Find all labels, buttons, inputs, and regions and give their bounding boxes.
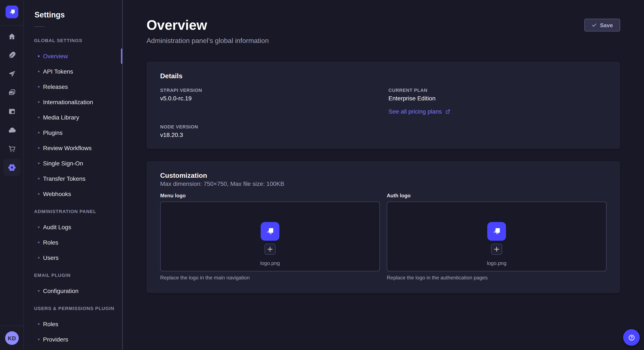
feather-icon xyxy=(8,51,16,59)
cart-icon xyxy=(8,145,16,153)
nav-media-library[interactable] xyxy=(4,84,20,101)
sidebar-item-transfer-tokens[interactable]: Transfer Tokens xyxy=(24,171,122,186)
auth-logo-filename: logo.png xyxy=(487,260,506,267)
sidebar-item-up-providers[interactable]: Providers xyxy=(24,332,122,347)
sidebar-item-internationalization[interactable]: Internationalization xyxy=(24,94,122,110)
details-left-column: STRAPI VERSION v5.0.0-rc.19 NODE VERSION… xyxy=(160,88,378,139)
save-button[interactable]: Save xyxy=(584,19,620,31)
nav-cloud[interactable] xyxy=(4,122,20,139)
bullet-icon xyxy=(38,290,40,292)
sidebar-item-media-library[interactable]: Media Library xyxy=(24,110,122,125)
nav-content-manager[interactable] xyxy=(4,103,20,120)
details-right-column: CURRENT PLAN Enterprise Edition See all … xyxy=(388,88,606,139)
plus-icon xyxy=(268,247,272,252)
bullet-icon xyxy=(38,323,40,325)
users-permissions-list: Roles Providers xyxy=(24,316,122,347)
nav-marketplace[interactable] xyxy=(4,140,20,157)
strapi-logo-icon xyxy=(8,8,16,16)
node-version-field: NODE VERSION v18.20.3 xyxy=(160,124,378,139)
current-plan-field: CURRENT PLAN Enterprise Edition xyxy=(388,88,606,102)
email-plugin-list: Configuration xyxy=(24,283,122,299)
sidebar-item-api-tokens[interactable]: API Tokens xyxy=(24,64,122,79)
page-title: Overview xyxy=(146,18,620,32)
home-icon xyxy=(8,32,16,41)
page-subtitle: Administration panel’s global informatio… xyxy=(146,37,620,45)
sidebar-item-single-sign-on[interactable]: Single Sign-On xyxy=(24,156,122,171)
menu-logo-preview xyxy=(261,222,280,241)
details-card-title: Details xyxy=(160,72,606,80)
strapi-logo[interactable] xyxy=(6,5,18,18)
gear-icon xyxy=(7,163,16,172)
auth-logo-label: Auth logo xyxy=(387,193,606,199)
paper-plane-icon xyxy=(8,70,16,78)
layout-icon xyxy=(8,107,16,116)
strapi-logo-icon xyxy=(265,226,275,236)
nav-settings[interactable] xyxy=(4,159,20,176)
external-link-icon xyxy=(445,109,451,114)
section-global-settings: GLOBAL SETTINGS xyxy=(34,38,122,43)
menu-logo-upload: Menu logo logo.png Replace the logo in t… xyxy=(160,193,380,281)
bullet-icon xyxy=(38,339,40,340)
settings-subnav: Settings GLOBAL SETTINGS Overview API To… xyxy=(24,0,123,350)
sidebar-item-webhooks[interactable]: Webhooks xyxy=(24,186,122,201)
strapi-admin-window: KD Settings GLOBAL SETTINGS Overview API… xyxy=(0,0,644,350)
section-email-plugin: EMAIL PLUGIN xyxy=(34,273,122,278)
bullet-icon xyxy=(38,226,40,228)
auth-logo-preview xyxy=(487,222,506,241)
subnav-title: Settings xyxy=(34,10,122,19)
administration-panel-list: Audit Logs Roles Users xyxy=(24,219,122,265)
nav-releases[interactable] xyxy=(4,65,20,82)
sidebar-item-audit-logs[interactable]: Audit Logs xyxy=(24,219,122,235)
nav-content-type-builder[interactable] xyxy=(4,47,20,64)
check-icon xyxy=(592,22,596,28)
menu-logo-add-button[interactable] xyxy=(264,244,276,255)
sidebar-item-up-roles[interactable]: Roles xyxy=(24,316,122,332)
menu-logo-label: Menu logo xyxy=(160,193,380,199)
sidebar-item-plugins[interactable]: Plugins xyxy=(24,125,122,140)
rail-bottom-divider xyxy=(0,326,24,326)
sidebar-item-admin-roles[interactable]: Roles xyxy=(24,235,122,250)
subnav-title-rule xyxy=(34,26,45,27)
auth-logo-dropzone[interactable]: logo.png xyxy=(387,201,606,271)
strapi-version-field: STRAPI VERSION v5.0.0-rc.19 xyxy=(160,88,378,102)
help-icon xyxy=(627,333,636,342)
bullet-icon xyxy=(38,55,40,57)
customization-card: Customization Max dimension: 750×750, Ma… xyxy=(146,161,620,293)
section-users-permissions-plugin: USERS & PERMISSIONS PLUGIN xyxy=(34,306,122,311)
images-icon xyxy=(8,88,16,97)
main-content: Overview Administration panel’s global i… xyxy=(123,0,644,350)
bullet-icon xyxy=(38,193,40,195)
sidebar-item-review-workflows[interactable]: Review Workflows xyxy=(24,140,122,156)
user-avatar[interactable]: KD xyxy=(5,331,19,345)
nav-home[interactable] xyxy=(4,28,20,45)
bullet-icon xyxy=(38,117,40,118)
bullet-icon xyxy=(38,147,40,149)
bullet-icon xyxy=(38,101,40,103)
bullet-icon xyxy=(38,242,40,243)
menu-logo-filename: logo.png xyxy=(260,260,280,267)
bullet-icon xyxy=(38,163,40,164)
sidebar-item-email-configuration[interactable]: Configuration xyxy=(24,283,122,299)
menu-logo-hint: Replace the logo in the main navigation xyxy=(160,275,380,281)
sidebar-item-releases[interactable]: Releases xyxy=(24,79,122,94)
bullet-icon xyxy=(38,71,40,72)
details-card: Details STRAPI VERSION v5.0.0-rc.19 NODE… xyxy=(146,62,620,149)
global-settings-list: Overview API Tokens Releases Internation… xyxy=(24,48,122,201)
strapi-logo-icon xyxy=(492,226,502,236)
cloud-icon xyxy=(8,126,16,135)
plus-icon xyxy=(494,247,499,252)
auth-logo-add-button[interactable] xyxy=(491,244,502,255)
sidebar-item-overview[interactable]: Overview xyxy=(24,48,122,64)
section-administration-panel: ADMINISTRATION PANEL xyxy=(34,209,122,214)
customization-card-title: Customization xyxy=(160,172,606,179)
menu-logo-dropzone[interactable]: logo.png xyxy=(160,201,380,271)
help-button[interactable] xyxy=(623,329,640,346)
customization-card-subtitle: Max dimension: 750×750, Max file size: 1… xyxy=(160,180,606,187)
bullet-icon xyxy=(38,86,40,88)
sidebar-item-admin-users[interactable]: Users xyxy=(24,250,122,265)
rail-divider xyxy=(0,25,24,25)
bullet-icon xyxy=(38,178,40,179)
pricing-plans-link[interactable]: See all pricing plans xyxy=(388,108,451,115)
auth-logo-upload: Auth logo logo.png Replace the logo in t… xyxy=(387,193,606,281)
bullet-icon xyxy=(38,257,40,259)
